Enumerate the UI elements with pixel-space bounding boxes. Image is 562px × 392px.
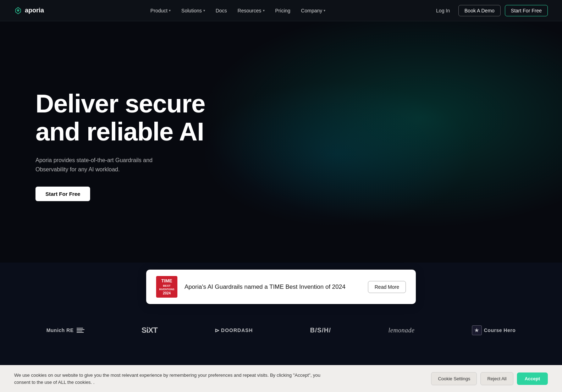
- logo-munich-re: Munich RE: [46, 327, 84, 333]
- logo-lemonade: lemonade: [388, 327, 414, 334]
- start-free-hero-button[interactable]: Start For Free: [35, 187, 90, 201]
- logo-doordash: ⊳ DOORDASH: [215, 327, 253, 334]
- aporia-logo-icon: [14, 7, 22, 15]
- reject-all-button[interactable]: Reject All: [480, 372, 513, 385]
- cookie-actions: Cookie Settings Reject All Accept: [431, 372, 548, 385]
- logo-coursehero: ★ Course Hero: [472, 325, 516, 335]
- hero-section: Deliver secure and reliable AI Aporia pr…: [0, 21, 562, 263]
- nav-resources[interactable]: Resources ▾: [233, 6, 269, 16]
- banner-text: Aporia's AI Guardrails named a TIME Best…: [184, 283, 361, 291]
- cookie-settings-button[interactable]: Cookie Settings: [431, 372, 477, 385]
- chevron-down-icon: ▾: [169, 9, 171, 12]
- hero-title: Deliver secure and reliable AI: [35, 90, 255, 146]
- start-free-nav-button[interactable]: Start For Free: [505, 5, 548, 16]
- logo-bsh: B/S/H/: [310, 327, 331, 334]
- coursehero-star-icon: ★: [472, 325, 482, 335]
- book-demo-button[interactable]: Book A Demo: [458, 5, 501, 16]
- logos-section: Munich RE SiXT ⊳ DOORDASH B/S/H/ lemonad…: [0, 315, 562, 353]
- nav-pricing[interactable]: Pricing: [271, 6, 295, 16]
- nav-product[interactable]: Product ▾: [146, 6, 175, 16]
- munich-lines-icon: [77, 328, 84, 333]
- hero-content: Deliver secure and reliable AI Aporia pr…: [35, 90, 255, 201]
- cookie-banner: We use cookies on our website to give yo…: [0, 365, 562, 392]
- doordash-icon: ⊳: [215, 327, 220, 334]
- logo-sixt: SiXT: [142, 326, 158, 335]
- nav-company[interactable]: Company ▾: [297, 6, 330, 16]
- read-more-button[interactable]: Read More: [368, 281, 406, 293]
- nav-docs[interactable]: Docs: [211, 6, 231, 16]
- chevron-down-icon: ▾: [324, 9, 325, 12]
- hero-subtitle: Aporia provides state-of-the-art Guardra…: [35, 156, 184, 174]
- navbar: aporia Product ▾ Solutions ▾ Docs Resour…: [0, 0, 562, 21]
- svg-point-0: [17, 10, 19, 11]
- accept-button[interactable]: Accept: [517, 372, 548, 385]
- chevron-down-icon: ▾: [263, 9, 265, 12]
- time-badge: TIME BEST INVENTIONS 2024: [156, 276, 177, 298]
- nav-actions: Log In Book A Demo Start For Free: [432, 5, 548, 16]
- banner-card: TIME BEST INVENTIONS 2024 Aporia's AI Gu…: [146, 270, 416, 304]
- login-button[interactable]: Log In: [432, 6, 454, 16]
- banner-section: TIME BEST INVENTIONS 2024 Aporia's AI Gu…: [0, 263, 562, 315]
- cookie-text: We use cookies on our website to give yo…: [14, 372, 334, 386]
- logo[interactable]: aporia: [14, 7, 44, 15]
- brand-name: aporia: [25, 7, 44, 14]
- nav-solutions[interactable]: Solutions ▾: [177, 6, 209, 16]
- chevron-down-icon: ▾: [203, 9, 205, 12]
- nav-links: Product ▾ Solutions ▾ Docs Resources ▾ P…: [146, 6, 330, 16]
